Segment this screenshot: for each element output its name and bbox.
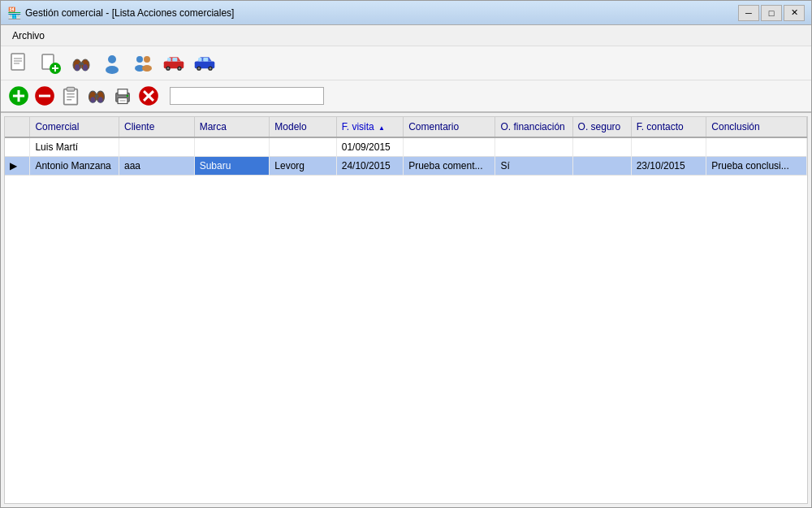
svg-point-54 bbox=[127, 95, 128, 97]
cell-cliente: aaa bbox=[119, 157, 194, 176]
cell-modelo bbox=[270, 137, 336, 157]
table-row[interactable]: ▶Antonio ManzanaaaaSubaruLevorg24/10/201… bbox=[5, 157, 807, 176]
window-title: Gestión comercial - [Lista Acciones come… bbox=[25, 7, 738, 19]
search-input[interactable] bbox=[170, 87, 324, 105]
col-header-arrow[interactable] bbox=[5, 117, 30, 137]
svg-point-49 bbox=[98, 97, 103, 102]
minimize-button[interactable]: ─ bbox=[738, 5, 759, 21]
clipboard-button[interactable] bbox=[59, 85, 82, 107]
svg-point-32 bbox=[198, 67, 201, 69]
persons-button[interactable] bbox=[129, 50, 157, 77]
cell-oseguro bbox=[572, 137, 631, 157]
svg-point-17 bbox=[144, 56, 150, 63]
svg-rect-10 bbox=[79, 63, 84, 65]
cell-conclusion bbox=[706, 137, 807, 157]
svg-point-26 bbox=[179, 67, 181, 69]
svg-point-24 bbox=[167, 67, 170, 69]
cell-comercial: Luis Martí bbox=[30, 137, 119, 157]
vehicle2-button[interactable] bbox=[191, 50, 218, 77]
svg-rect-29 bbox=[198, 58, 201, 61]
svg-point-14 bbox=[106, 66, 119, 74]
cell-oseguro bbox=[572, 157, 631, 176]
col-header-comentario[interactable]: Comentario bbox=[404, 117, 495, 137]
cell-fvisita: 01/09/2015 bbox=[336, 137, 403, 157]
svg-point-18 bbox=[142, 65, 152, 72]
cell-modelo: Levorg bbox=[270, 157, 336, 176]
col-header-comercial[interactable]: Comercial bbox=[30, 117, 119, 137]
svg-rect-21 bbox=[167, 58, 171, 61]
person-button[interactable] bbox=[98, 50, 126, 77]
cell-marca bbox=[194, 137, 270, 157]
col-header-fcontacto[interactable]: F. contacto bbox=[631, 117, 706, 137]
col-header-ofinanciacion[interactable]: O. financiación bbox=[495, 117, 572, 137]
table-header-row: Comercial Cliente Marca Modelo F. visita… bbox=[5, 117, 807, 137]
svg-rect-47 bbox=[95, 95, 99, 98]
table-body: Luis Martí01/09/2015▶Antonio ManzanaaaaS… bbox=[5, 137, 807, 176]
menu-archivo[interactable]: Archivo bbox=[4, 28, 53, 44]
cell-cliente bbox=[119, 137, 194, 157]
table-row[interactable]: Luis Martí01/09/2015 bbox=[5, 137, 807, 157]
cancel-button[interactable] bbox=[137, 85, 160, 107]
toolbar-actions bbox=[1, 80, 811, 113]
svg-point-34 bbox=[209, 67, 212, 69]
cell-comercial: Antonio Manzana bbox=[30, 157, 119, 176]
svg-rect-30 bbox=[203, 58, 208, 61]
svg-point-11 bbox=[75, 64, 80, 71]
svg-rect-0 bbox=[11, 54, 24, 70]
cell-arrow: ▶ bbox=[5, 157, 30, 176]
svg-point-13 bbox=[108, 55, 116, 63]
new-doc-button[interactable] bbox=[6, 50, 33, 77]
cell-fcontacto bbox=[631, 137, 706, 157]
find-button[interactable] bbox=[85, 85, 108, 107]
print-button[interactable] bbox=[111, 85, 134, 107]
search-binoculars-button[interactable] bbox=[67, 50, 95, 77]
main-window: 🏪 Gestión comercial - [Lista Acciones co… bbox=[0, 0, 812, 508]
col-header-oseguro[interactable]: O. seguro bbox=[572, 117, 631, 137]
svg-rect-51 bbox=[118, 89, 127, 95]
restore-button[interactable]: □ bbox=[761, 5, 782, 21]
cell-comentario: Prueba coment... bbox=[404, 157, 495, 176]
window-controls: ─ □ ✕ bbox=[738, 5, 805, 21]
toolbar-main bbox=[1, 46, 811, 80]
cell-marca: Subaru bbox=[194, 157, 270, 176]
svg-rect-22 bbox=[172, 58, 177, 61]
col-header-cliente[interactable]: Cliente bbox=[119, 117, 194, 137]
close-button[interactable]: ✕ bbox=[784, 5, 805, 21]
table-container: Comercial Cliente Marca Modelo F. visita… bbox=[4, 116, 808, 504]
cell-comentario bbox=[404, 137, 495, 157]
col-header-fvisita[interactable]: F. visita ▲ bbox=[336, 117, 403, 137]
add-record-button[interactable] bbox=[37, 50, 64, 77]
records-table: Comercial Cliente Marca Modelo F. visita… bbox=[5, 117, 807, 176]
menu-bar: Archivo bbox=[1, 25, 811, 46]
svg-point-15 bbox=[136, 56, 143, 63]
svg-rect-41 bbox=[67, 87, 74, 91]
svg-point-12 bbox=[83, 64, 88, 71]
cell-conclusion: Prueba conclusi... bbox=[706, 157, 807, 176]
col-header-conclusion[interactable]: Conclusión bbox=[706, 117, 807, 137]
col-header-marca[interactable]: Marca bbox=[194, 117, 270, 137]
col-header-modelo[interactable]: Modelo bbox=[270, 117, 336, 137]
cell-ofinanciacion bbox=[495, 137, 572, 157]
remove-button[interactable] bbox=[33, 85, 56, 107]
sort-arrow-fvisita: ▲ bbox=[378, 124, 385, 132]
cell-ofinanciacion: Sí bbox=[495, 157, 572, 176]
app-icon: 🏪 bbox=[7, 7, 20, 20]
svg-point-48 bbox=[90, 97, 95, 102]
vehicle1-button[interactable] bbox=[160, 50, 188, 77]
add-button[interactable] bbox=[7, 85, 30, 107]
cell-arrow bbox=[5, 137, 30, 157]
title-bar: 🏪 Gestión comercial - [Lista Acciones co… bbox=[1, 1, 811, 25]
cell-fvisita: 24/10/2015 bbox=[336, 157, 403, 176]
cell-fcontacto: 23/10/2015 bbox=[631, 157, 706, 176]
